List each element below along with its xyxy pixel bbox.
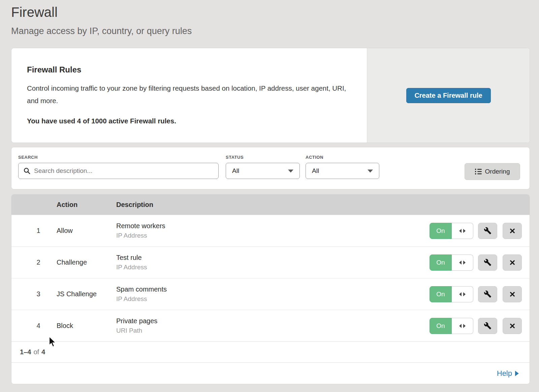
rule-controls: On (430, 318, 530, 334)
wrench-icon (484, 322, 492, 330)
search-icon (23, 167, 31, 175)
wrench-icon (484, 290, 492, 298)
action-select[interactable]: All (306, 163, 379, 179)
card-heading: Firewall Rules (27, 65, 353, 74)
chevron-down-icon (288, 170, 293, 173)
wrench-icon (484, 227, 492, 235)
rule-action: Challenge (57, 259, 116, 266)
edit-rule-button[interactable] (478, 254, 497, 271)
rule-enabled-toggle[interactable]: On (430, 286, 473, 302)
ordering-button[interactable]: Ordering (465, 163, 520, 180)
help-link-label: Help (497, 369, 512, 378)
close-icon (509, 259, 516, 266)
table-header: Action Description (11, 194, 530, 215)
create-rule-panel: Create a Firewall rule (367, 48, 530, 143)
rule-priority: 3 (11, 290, 57, 298)
toggle-on-label: On (430, 254, 452, 271)
wrench-icon (484, 259, 492, 266)
search-label: SEARCH (18, 155, 219, 160)
action-column-header: Action (57, 201, 116, 209)
close-icon (509, 291, 516, 298)
rule-enabled-toggle[interactable]: On (430, 254, 473, 271)
rule-match-type: IP Address (116, 295, 430, 303)
rule-description: Remote workers (116, 222, 430, 230)
toggle-arrows-icon (452, 318, 473, 334)
close-icon (509, 322, 516, 330)
pagination-range: 1–4 (20, 348, 31, 356)
toggle-arrows-icon (452, 254, 473, 271)
delete-rule-button[interactable] (503, 318, 522, 334)
firewall-rules-info: Firewall Rules Control incoming traffic … (11, 48, 367, 143)
pagination: 1–4 of 4 (11, 341, 530, 362)
chevron-down-icon (368, 170, 373, 173)
rule-controls: On (430, 223, 530, 239)
action-selected-value: All (312, 167, 319, 175)
rule-match-type: URI Path (116, 327, 430, 334)
delete-rule-button[interactable] (503, 286, 522, 302)
rule-controls: On (430, 286, 530, 302)
rule-controls: On (430, 254, 530, 271)
filters-bar: SEARCH STATUS All ACTION All (11, 147, 530, 189)
table-row: 1 Allow Remote workers IP Address On (11, 215, 530, 246)
rule-description: Test rule (116, 254, 430, 262)
edit-rule-button[interactable] (478, 286, 497, 302)
description-column-header: Description (116, 201, 530, 209)
rule-priority: 1 (11, 227, 57, 235)
rule-action: Block (57, 322, 116, 330)
action-label: ACTION (306, 155, 379, 160)
rule-action: Allow (57, 227, 116, 235)
rule-description: Spam comments (116, 285, 430, 293)
create-firewall-rule-button[interactable]: Create a Firewall rule (406, 88, 491, 103)
status-select[interactable]: All (226, 163, 300, 179)
rule-enabled-toggle[interactable]: On (430, 223, 473, 239)
toggle-on-label: On (430, 286, 452, 302)
card-description: Control incoming traffic to your zone by… (27, 82, 347, 107)
ordering-button-label: Ordering (485, 168, 510, 175)
status-label: STATUS (226, 155, 300, 160)
page-title: Firewall (11, 4, 530, 20)
table-row: 4 Block Private pages URI Path On (11, 310, 530, 341)
help-link[interactable]: Help (497, 369, 519, 378)
rule-description: Private pages (116, 317, 430, 325)
firewall-rules-table: Action Description 1 Allow Remote worker… (11, 194, 530, 384)
rule-match-type: IP Address (116, 232, 430, 239)
firewall-rules-card: Firewall Rules Control incoming traffic … (11, 48, 530, 143)
rules-usage-text: You have used 4 of 1000 active Firewall … (27, 117, 353, 125)
mouse-cursor (49, 336, 57, 348)
close-icon (509, 227, 516, 235)
status-selected-value: All (232, 167, 239, 175)
delete-rule-button[interactable] (503, 223, 522, 239)
table-row: 3 JS Challenge Spam comments IP Address … (11, 278, 530, 310)
card-footer: Help (11, 362, 530, 384)
ordered-list-icon (475, 169, 482, 175)
edit-rule-button[interactable] (478, 318, 497, 334)
toggle-arrows-icon (452, 286, 473, 302)
toggle-on-label: On (430, 223, 452, 239)
page-subtitle: Manage access by IP, country, or query r… (11, 26, 530, 36)
delete-rule-button[interactable] (503, 254, 522, 271)
rule-action: JS Challenge (57, 290, 116, 298)
arrow-right-icon (515, 371, 519, 376)
search-box[interactable] (18, 163, 219, 179)
edit-rule-button[interactable] (478, 223, 497, 239)
rule-enabled-toggle[interactable]: On (430, 318, 473, 334)
rule-match-type: IP Address (116, 264, 430, 271)
search-input[interactable] (34, 167, 214, 175)
toggle-arrows-icon (452, 223, 473, 239)
rule-priority: 4 (11, 322, 57, 330)
table-row: 2 Challenge Test rule IP Address On (11, 246, 530, 278)
toggle-on-label: On (430, 318, 452, 334)
rule-priority: 2 (11, 259, 57, 266)
pagination-of: of (33, 348, 39, 356)
pagination-total: 4 (41, 348, 45, 356)
firewall-page: Firewall Manage access by IP, country, o… (0, 0, 539, 384)
